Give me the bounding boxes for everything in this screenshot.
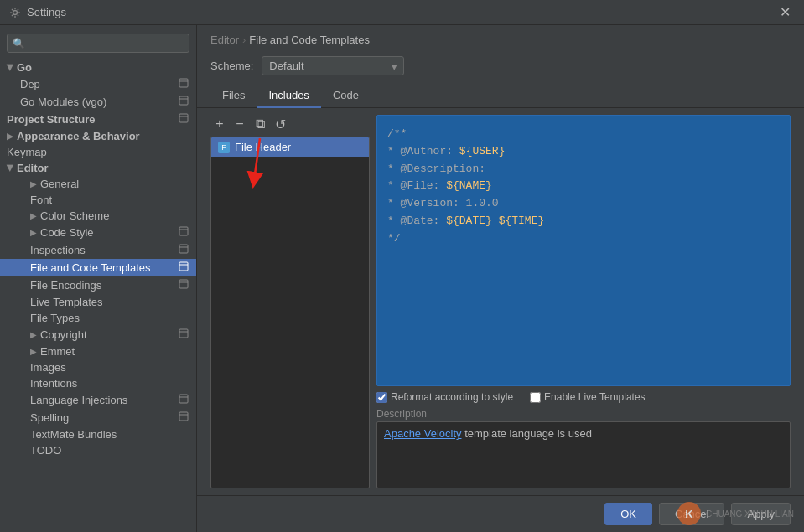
sidebar-item-intentions-label: Intentions xyxy=(30,377,77,390)
go-modules-icon xyxy=(178,95,189,109)
expand-arrow-emmet: ▶ xyxy=(30,347,37,356)
sidebar-item-inspections[interactable]: Inspections xyxy=(0,241,196,259)
scheme-select[interactable]: Default Project xyxy=(262,56,404,75)
sidebar-item-language-injections[interactable]: Language Injections xyxy=(0,391,196,409)
sidebar-item-editor[interactable]: ▶ Editor xyxy=(0,160,196,176)
svg-rect-13 xyxy=(179,280,188,288)
sidebar-item-intentions[interactable]: Intentions xyxy=(0,375,196,391)
file-list: F File Header xyxy=(210,137,370,488)
sidebar-item-spelling[interactable]: Spelling xyxy=(0,409,196,426)
scheme-select-wrapper: Default Project xyxy=(262,56,404,75)
sidebar-item-file-and-code-templates[interactable]: File and Code Templates xyxy=(0,259,196,276)
copyright-icon xyxy=(178,328,189,342)
svg-rect-9 xyxy=(179,245,188,253)
sidebar-item-color-scheme-label: Color Scheme xyxy=(40,209,109,222)
sidebar-item-file-types-label: File Types xyxy=(30,312,80,324)
reformat-checkbox-label[interactable]: Reformat according to style xyxy=(376,391,513,403)
sidebar-item-live-templates-label: Live Templates xyxy=(30,296,102,308)
editor-panel: /** * @Author: ${USER} * @Description: *… xyxy=(376,115,791,488)
svg-rect-17 xyxy=(179,395,188,403)
sidebar-item-textmate-bundles-label: TextMate Bundles xyxy=(30,428,117,441)
tab-code[interactable]: Code xyxy=(321,84,371,108)
file-item-file-header[interactable]: F File Header xyxy=(211,137,369,157)
live-templates-checkbox[interactable] xyxy=(530,392,541,403)
spelling-icon xyxy=(178,411,189,425)
sidebar-item-copyright-label: Copyright xyxy=(40,328,87,341)
project-structure-icon xyxy=(178,112,189,127)
expand-arrow-general: ▶ xyxy=(30,179,37,189)
sidebar-item-code-style-label: Code Style xyxy=(40,226,94,239)
remove-template-button[interactable]: − xyxy=(231,115,249,133)
ok-button[interactable]: OK xyxy=(604,503,652,525)
sidebar-item-general-label: General xyxy=(40,178,79,190)
scheme-row: Scheme: Default Project xyxy=(197,51,804,84)
watermark: K CHUANG XIN HU LIAN xyxy=(677,502,794,525)
search-icon: 🔍 xyxy=(13,38,25,49)
sidebar: 🔍 ▶ Go Dep Go Modules (vgo) Project Stru… xyxy=(0,25,197,532)
file-and-code-templates-icon xyxy=(178,261,189,275)
sidebar-item-go-modules-label: Go Modules (vgo) xyxy=(20,96,106,108)
expand-arrow-code-style: ▶ xyxy=(30,228,37,237)
sidebar-item-file-and-code-templates-label: File and Code Templates xyxy=(30,261,151,274)
tab-files[interactable]: Files xyxy=(210,84,257,108)
sidebar-item-general[interactable]: ▶ General xyxy=(0,176,196,192)
expand-arrow-copyright: ▶ xyxy=(30,330,37,339)
sidebar-item-file-types[interactable]: File Types xyxy=(0,310,196,326)
svg-rect-11 xyxy=(179,262,188,271)
sidebar-item-keymap[interactable]: Keymap xyxy=(0,144,196,160)
file-list-panel: + − ⧉ ↺ F File Header xyxy=(210,115,370,488)
description-label: Description xyxy=(376,406,791,421)
watermark-logo: K xyxy=(677,502,701,525)
add-template-button[interactable]: + xyxy=(210,115,229,133)
sidebar-item-todo-label: TODO xyxy=(30,444,61,457)
search-input[interactable] xyxy=(29,37,184,49)
sidebar-item-font-label: Font xyxy=(30,194,52,206)
close-button[interactable]: ✕ xyxy=(775,3,796,22)
sidebar-item-color-scheme[interactable]: ▶ Color Scheme xyxy=(0,208,196,224)
sidebar-item-textmate-bundles[interactable]: TextMate Bundles xyxy=(0,426,196,442)
sidebar-item-appearance-label: Appearance & Behavior xyxy=(17,130,140,142)
search-box[interactable]: 🔍 xyxy=(7,34,189,53)
sidebar-item-emmet[interactable]: ▶ Emmet xyxy=(0,343,196,359)
tabs-bar: Files Includes Code xyxy=(197,84,804,108)
sidebar-item-file-encodings[interactable]: File Encodings xyxy=(0,276,196,294)
sidebar-item-keymap-label: Keymap xyxy=(7,146,47,158)
scheme-label: Scheme: xyxy=(210,59,253,72)
expand-arrow-editor: ▶ xyxy=(6,165,15,172)
sidebar-item-dep[interactable]: Dep xyxy=(0,75,196,93)
reformat-checkbox[interactable] xyxy=(376,392,387,403)
sidebar-item-go[interactable]: ▶ Go xyxy=(0,59,196,75)
copy-template-button[interactable]: ⧉ xyxy=(251,115,269,133)
svg-rect-7 xyxy=(179,227,188,235)
tab-includes[interactable]: Includes xyxy=(257,84,320,108)
sidebar-item-project-structure[interactable]: Project Structure xyxy=(0,111,196,128)
expand-arrow-color-scheme: ▶ xyxy=(30,211,37,220)
sidebar-item-todo[interactable]: TODO xyxy=(0,442,196,458)
sidebar-item-language-injections-label: Language Injections xyxy=(30,394,127,406)
watermark-text: CHUANG XIN HU LIAN xyxy=(706,509,794,519)
sidebar-item-images[interactable]: Images xyxy=(0,359,196,375)
apache-velocity-link[interactable]: Apache Velocity xyxy=(384,427,462,440)
settings-icon xyxy=(8,6,22,19)
live-templates-label: Enable Live Templates xyxy=(544,391,646,403)
svg-rect-19 xyxy=(179,412,188,421)
code-editor[interactable]: /** * @Author: ${USER} * @Description: *… xyxy=(376,115,791,386)
main-content: Editor › File and Code Templates Scheme:… xyxy=(197,25,804,532)
sidebar-item-appearance[interactable]: ▶ Appearance & Behavior xyxy=(0,128,196,144)
file-encodings-icon xyxy=(178,278,189,292)
sidebar-item-font[interactable]: Font xyxy=(0,192,196,208)
live-templates-checkbox-label[interactable]: Enable Live Templates xyxy=(530,391,646,403)
sidebar-item-live-templates[interactable]: Live Templates xyxy=(0,294,196,310)
sidebar-item-go-modules[interactable]: Go Modules (vgo) xyxy=(0,93,196,111)
sidebar-item-code-style[interactable]: ▶ Code Style xyxy=(0,224,196,241)
code-style-icon xyxy=(178,225,189,240)
file-item-label: File Header xyxy=(235,141,291,153)
svg-rect-15 xyxy=(179,329,188,338)
sidebar-item-file-encodings-label: File Encodings xyxy=(30,279,101,292)
sidebar-item-emmet-label: Emmet xyxy=(40,345,75,358)
sidebar-item-copyright[interactable]: ▶ Copyright xyxy=(0,326,196,343)
reset-template-button[interactable]: ↺ xyxy=(271,115,289,133)
description-box: Apache Velocity template language is use… xyxy=(376,421,791,488)
dep-icon xyxy=(178,77,189,91)
file-header-icon: F xyxy=(218,142,230,153)
